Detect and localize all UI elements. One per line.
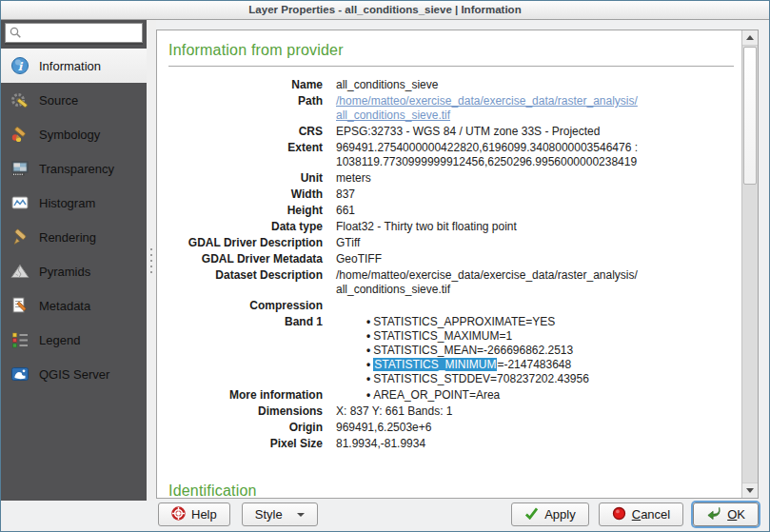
table-row-dataset-description: Dataset Description /home/matteo/exercis… — [167, 267, 736, 298]
field-value: 837 — [336, 187, 736, 203]
table-row-extent: Extent 969491.2754000000422820,6196099.3… — [167, 140, 736, 170]
splitter-handle[interactable] — [147, 20, 156, 501]
statistic-item: STATISTICS_STDDEV=708237202.43956 — [366, 372, 732, 386]
sidebar-item-qgis-server[interactable]: QGIS Server — [1, 357, 147, 391]
sidebar-item-label: Metadata — [39, 299, 90, 313]
field-value: 969491.2754000000422820,6196099.34080000… — [336, 140, 736, 170]
wrench-gear-icon — [10, 89, 30, 110]
table-row-gdal-driver-description: GDAL Driver Description GTiff — [167, 235, 736, 251]
checkmark-icon — [524, 507, 539, 522]
information-icon: i — [10, 55, 30, 76]
field-value: meters — [336, 170, 736, 187]
table-row-width: Width 837 — [167, 187, 736, 203]
statistic-item: STATISTICS_MAXIMUM=1 — [366, 329, 732, 344]
sidebar-item-histogram[interactable]: Histogram — [1, 186, 147, 220]
sidebar-search[interactable] — [5, 23, 143, 43]
field-value: all_conditions_sieve — [336, 77, 736, 93]
dialog-titlebar[interactable]: Layer Properties - all_conditions_sieve … — [1, 1, 769, 20]
chevron-down-icon — [297, 513, 305, 517]
table-row-pixel-size: Pixel Size 81.9934,-81.9934 — [167, 436, 736, 452]
statistic-item: STATISTICS_APPROXIMATE=YES — [366, 315, 732, 329]
field-value: 81.9934,-81.9934 — [336, 436, 736, 452]
scrollbar-thumb[interactable] — [743, 47, 757, 185]
action-buttons: Apply Cancel OK — [511, 502, 759, 526]
table-row-path: Path /home/matteo/exercise_data/exercise… — [167, 93, 736, 124]
more-information-list: AREA_OR_POINT=Area — [336, 388, 732, 403]
sidebar-item-rendering[interactable]: Rendering — [1, 220, 147, 254]
red-circle-icon — [612, 506, 626, 523]
field-label: Dataset Description — [167, 267, 336, 298]
sidebar-item-legend[interactable]: Legend — [1, 323, 147, 357]
field-value — [336, 298, 736, 314]
table-row-gdal-driver-metadata: GDAL Driver Metadata GeoTIFF — [167, 251, 736, 267]
table-row-crs: CRS EPSG:32733 - WGS 84 / UTM zone 33S -… — [167, 124, 736, 140]
table-row-height: Height 661 — [167, 203, 736, 219]
section-divider — [168, 66, 734, 67]
field-value: GeoTIFF — [336, 251, 736, 267]
field-label: Name — [167, 77, 336, 93]
field-label: Data type — [167, 219, 336, 235]
histogram-chart-icon — [10, 192, 30, 213]
sidebar: i Information Source Symbology — [1, 20, 147, 501]
field-value: /home/matteo/exercise_data/exercise_data… — [336, 93, 736, 124]
sidebar-item-symbology[interactable]: Symbology — [1, 117, 147, 151]
statistic-item: AREA_OR_POINT=Area — [366, 388, 732, 403]
path-link[interactable]: /home/matteo/exercise_data/exercise_data… — [336, 94, 732, 123]
field-value: 969491,6.2503e+6 — [336, 420, 736, 436]
table-row-more-information: More information AREA_OR_POINT=Area — [167, 387, 736, 404]
table-row-data-type: Data type Float32 - Thirty two bit float… — [167, 219, 736, 235]
legend-swatches-icon — [10, 329, 30, 350]
search-icon — [9, 23, 22, 44]
scroll-down-button[interactable] — [742, 483, 758, 498]
vertical-scrollbar[interactable] — [741, 30, 758, 498]
sidebar-item-label: Pyramids — [39, 265, 90, 279]
sidebar-item-label: Legend — [39, 333, 80, 347]
sidebar-item-label: Symbology — [39, 128, 100, 142]
dialog-body: i Information Source Symbology — [1, 20, 769, 501]
cancel-button[interactable]: Cancel — [599, 502, 683, 526]
field-label: GDAL Driver Metadata — [167, 251, 336, 267]
rendering-brush-icon — [10, 227, 30, 247]
table-row-unit: Unit meters — [167, 170, 736, 187]
table-row-band1: Band 1 STATISTICS_APPROXIMATE=YES STATIS… — [167, 314, 736, 387]
statistic-item-highlighted: STATISTICS_MINIMUM=-2147483648 — [366, 358, 732, 372]
paintbrush-palette-icon — [10, 124, 30, 145]
document-pencil-icon — [10, 295, 30, 316]
field-label: Height — [167, 203, 336, 219]
sidebar-item-transparency[interactable]: Transparency — [1, 151, 147, 186]
green-arrow-icon — [706, 506, 721, 522]
arrow-down-icon — [746, 488, 754, 493]
field-label: CRS — [167, 124, 336, 140]
table-row-compression: Compression — [167, 298, 736, 314]
sidebar-item-label: QGIS Server — [39, 367, 109, 382]
sidebar-item-information[interactable]: i Information — [1, 49, 147, 83]
field-value: STATISTICS_APPROXIMATE=YES STATISTICS_MA… — [336, 314, 736, 387]
table-row-dimensions: Dimensions X: 837 Y: 661 Bands: 1 — [167, 404, 736, 420]
sidebar-item-metadata[interactable]: Metadata — [1, 288, 147, 323]
field-label: Origin — [167, 420, 336, 436]
field-label: More information — [167, 387, 336, 404]
sidebar-item-label: Rendering — [39, 230, 96, 245]
style-dropdown-button[interactable]: Style — [242, 502, 318, 526]
sidebar-item-pyramids[interactable]: Pyramids — [1, 254, 147, 288]
apply-button[interactable]: Apply — [511, 502, 589, 526]
selected-text: STATISTICS_MINIMUM — [373, 358, 497, 371]
sidebar-item-label: Information — [39, 59, 101, 73]
section-title: Information from provider — [168, 42, 736, 59]
ok-button[interactable]: OK — [693, 502, 759, 526]
table-row-origin: Origin 969491,6.2503e+6 — [167, 420, 736, 436]
table-row-name: Name all_conditions_sieve — [167, 77, 736, 93]
field-value: GTiff — [336, 235, 736, 251]
statistic-item: STATISTICS_MEAN=-266696862.2513 — [366, 344, 732, 358]
sidebar-item-label: Histogram — [39, 196, 95, 210]
transparency-image-icon — [10, 158, 30, 179]
field-label: Dimensions — [167, 404, 336, 420]
pyramid-icon — [10, 261, 30, 282]
information-panel: Information from provider Name all_condi… — [156, 30, 759, 499]
field-label: Band 1 — [167, 314, 336, 387]
dialog-title: Layer Properties - all_conditions_sieve … — [248, 4, 521, 15]
help-button[interactable]: Help — [158, 502, 230, 526]
sidebar-item-source[interactable]: Source — [1, 83, 147, 117]
search-input[interactable] — [22, 27, 139, 40]
scroll-up-button[interactable] — [742, 30, 758, 46]
